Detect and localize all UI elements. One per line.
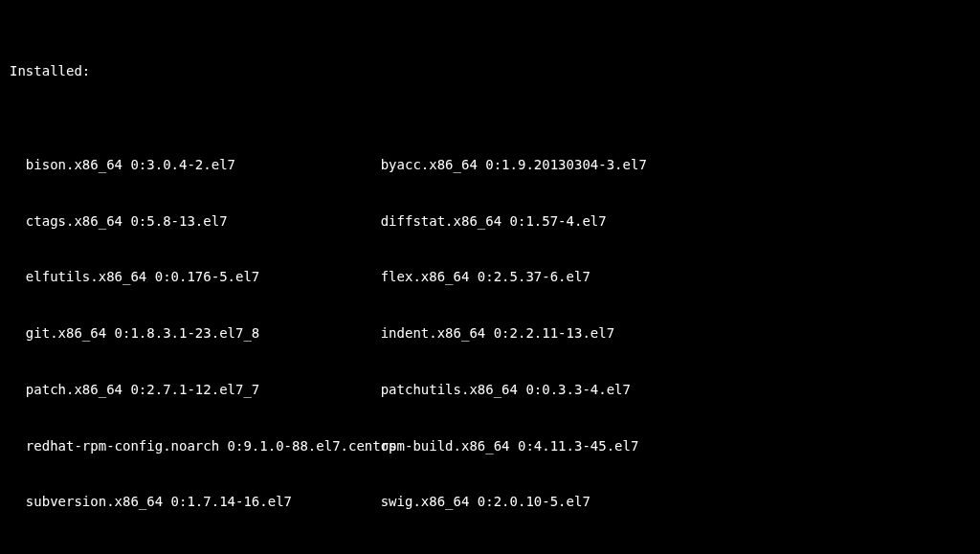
installed-section-title: Installed: xyxy=(10,62,970,81)
pkg-right: rpm-build.x86_64 0:4.11.3-45.el7 xyxy=(381,437,720,456)
list-item: patch.x86_64 0:2.7.1-12.el7_7patchutils.… xyxy=(10,381,970,400)
pkg-left: redhat-rpm-config.noarch 0:9.1.0-88.el7.… xyxy=(26,437,365,456)
pkg-right: patchutils.x86_64 0:0.3.3-4.el7 xyxy=(381,381,720,400)
list-item: elfutils.x86_64 0:0.176-5.el7flex.x86_64… xyxy=(10,268,970,287)
pkg-right: flex.x86_64 0:2.5.37-6.el7 xyxy=(381,268,720,287)
pkg-left: bison.x86_64 0:3.0.4-2.el7 xyxy=(26,156,365,175)
list-item: subversion.x86_64 0:1.7.14-16.el7swig.x8… xyxy=(10,493,970,512)
pkg-left: ctags.x86_64 0:5.8-13.el7 xyxy=(26,212,365,232)
installed-list: bison.x86_64 0:3.0.4-2.el7byacc.x86_64 0… xyxy=(10,119,970,550)
pkg-right: swig.x86_64 0:2.0.10-5.el7 xyxy=(381,493,720,512)
list-item: bison.x86_64 0:3.0.4-2.el7byacc.x86_64 0… xyxy=(10,156,970,175)
list-item: redhat-rpm-config.noarch 0:9.1.0-88.el7.… xyxy=(10,437,970,456)
pkg-left: elfutils.x86_64 0:0.176-5.el7 xyxy=(26,268,365,287)
pkg-left: subversion.x86_64 0:1.7.14-16.el7 xyxy=(26,493,365,512)
pkg-right: indent.x86_64 0:2.2.11-13.el7 xyxy=(381,324,720,343)
list-item: ctags.x86_64 0:5.8-13.el7diffstat.x86_64… xyxy=(10,212,970,232)
pkg-right: byacc.x86_64 0:1.9.20130304-3.el7 xyxy=(381,156,720,175)
terminal-output[interactable]: Installed: bison.x86_64 0:3.0.4-2.el7bya… xyxy=(0,0,980,554)
pkg-right: diffstat.x86_64 0:1.57-4.el7 xyxy=(381,212,720,232)
pkg-left: git.x86_64 0:1.8.3.1-23.el7_8 xyxy=(26,324,365,343)
pkg-left: patch.x86_64 0:2.7.1-12.el7_7 xyxy=(26,381,365,400)
list-item: git.x86_64 0:1.8.3.1-23.el7_8indent.x86_… xyxy=(10,324,970,343)
